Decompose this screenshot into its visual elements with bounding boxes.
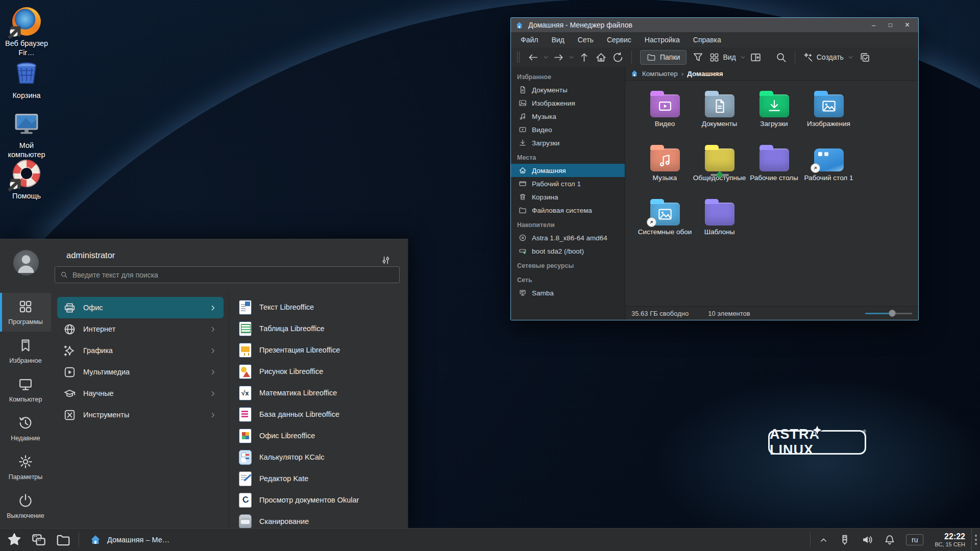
desktop-icon-help[interactable]: Помощь	[3, 159, 50, 201]
file-label: Системные обои	[638, 228, 692, 236]
usb-icon[interactable]	[839, 534, 851, 546]
app-okular[interactable]: Просмотр документов Okular	[239, 489, 408, 511]
sidebar-item-desktop-1[interactable]: Рабочий стол 1	[511, 177, 625, 190]
tray-expand-button[interactable]	[819, 535, 828, 545]
rail-item-favorites[interactable]: Избранное	[0, 332, 51, 370]
menu-network[interactable]: Сеть	[571, 32, 600, 47]
file-item-downloads[interactable]: Загрузки	[747, 89, 801, 143]
file-item-music[interactable]: Музыка	[638, 143, 692, 197]
category-internet[interactable]: Интернет	[57, 318, 224, 340]
menu-settings-icon[interactable]	[381, 255, 391, 265]
home-button[interactable]	[595, 52, 607, 63]
maximize-button[interactable]	[884, 20, 897, 31]
file-item-video[interactable]: Видео	[638, 89, 692, 143]
show-desktop-button[interactable]	[971, 529, 980, 551]
avatar[interactable]	[13, 250, 39, 276]
zoom-knob[interactable]	[889, 310, 896, 317]
category-multimedia[interactable]: Мультимедиа	[57, 361, 224, 383]
window-titlebar[interactable]: Домашняя - Менеджер файлов	[511, 18, 918, 32]
back-history-expand[interactable]	[543, 54, 549, 61]
sidebar-item-astra-drive[interactable]: Astra 1.8_x86-64 amd64	[511, 231, 625, 244]
app-kcalc[interactable]: Калькулятор KCalc	[239, 446, 408, 468]
back-button[interactable]	[527, 52, 539, 63]
notifications-icon[interactable]	[884, 534, 896, 546]
create-expand[interactable]	[847, 54, 854, 61]
menubar: Файл Вид Сеть Сервис Настройка Справка	[511, 32, 918, 47]
app-kate[interactable]: Редактор Kate	[239, 468, 408, 489]
rail-item-recent[interactable]: Недавние	[0, 409, 51, 448]
breadcrumb-current[interactable]: Домашняя	[687, 70, 723, 78]
zoom-slider[interactable]	[865, 310, 912, 317]
menu-settings[interactable]: Настройка	[638, 32, 687, 47]
sidebar-item-music[interactable]: Музыка	[511, 110, 625, 123]
forward-history-expand[interactable]	[568, 54, 575, 61]
sidebar-item-pictures[interactable]: Изображения	[511, 96, 625, 110]
file-manager-launcher[interactable]	[56, 532, 71, 547]
view-mode-button[interactable]: Вид	[709, 52, 736, 63]
close-button[interactable]	[900, 20, 914, 31]
app-lo-base[interactable]: База данных Libreoffice	[239, 404, 408, 425]
toolbar-grip[interactable]	[517, 52, 520, 63]
desktop-icon-firefox[interactable]: Веб браузер Fir…	[3, 7, 50, 57]
copy-check-button[interactable]	[859, 52, 871, 63]
app-lo-start[interactable]: Офис Libreoffice	[239, 425, 408, 446]
sidebar-item-samba[interactable]: Samba	[511, 286, 625, 299]
search-button[interactable]	[775, 52, 787, 63]
filter-button[interactable]	[692, 52, 704, 63]
search-input[interactable]	[72, 271, 394, 279]
file-item-pictures[interactable]: Изображения	[801, 89, 856, 143]
view-mode-expand[interactable]	[740, 54, 746, 61]
folders-panel-toggle[interactable]: Папки	[640, 50, 687, 65]
menu-file[interactable]: Файл	[514, 32, 545, 47]
menu-view[interactable]: Вид	[545, 32, 571, 47]
menu-service[interactable]: Сервис	[600, 32, 638, 47]
create-button[interactable]: Создать	[803, 52, 844, 63]
clock[interactable]: 22:22 ВС, 15 СЕН	[935, 532, 965, 548]
file-item-templates[interactable]: Шаблоны	[692, 197, 747, 251]
app-lo-impress[interactable]: Презентация Libreoffice	[239, 339, 408, 361]
volume-icon[interactable]	[861, 534, 873, 546]
app-scanner[interactable]: Сканирование	[239, 511, 408, 528]
app-lo-calc[interactable]: Таблица Libreoffice	[239, 318, 408, 339]
sidebar-item-filesystem[interactable]: Файловая система	[511, 204, 625, 217]
start-menu-button[interactable]	[7, 532, 22, 547]
desktop-icon-my-computer[interactable]: Мой компьютер	[3, 109, 50, 159]
window-list-button[interactable]	[31, 532, 46, 547]
sidebar-item-video[interactable]: Видео	[511, 123, 625, 136]
breadcrumb-root[interactable]: Компьютер	[642, 70, 678, 78]
sidebar-item-boot-drive[interactable]: boot sda2 (/boot)	[511, 244, 625, 258]
keyboard-layout[interactable]: ru	[906, 534, 923, 545]
refresh-button[interactable]	[612, 52, 624, 63]
category-science[interactable]: Научные	[57, 383, 224, 404]
category-office[interactable]: Офис	[57, 297, 224, 318]
sidebar-item-downloads[interactable]: Загрузки	[511, 136, 625, 149]
split-view-button[interactable]	[750, 52, 762, 63]
up-button[interactable]	[578, 52, 590, 63]
category-tools[interactable]: Инструменты	[57, 404, 224, 425]
rail-item-programs[interactable]: Программы	[0, 293, 51, 332]
desktop-icon-trash[interactable]: Корзина	[3, 59, 50, 100]
file-item-desktop-1[interactable]: Рабочий стол 1	[801, 143, 856, 197]
taskbar-task-file-manager[interactable]: Домашняя – Ме…	[82, 529, 177, 551]
sidebar-item-documents[interactable]: Документы	[511, 83, 625, 96]
sidebar-item-home[interactable]: Домашняя	[511, 164, 625, 177]
video-glyph-icon	[657, 98, 673, 114]
menu-help[interactable]: Справка	[687, 32, 728, 47]
app-lo-math[interactable]: Математика Libreoffice	[239, 382, 408, 404]
sidebar-item-trash[interactable]: Корзина	[511, 190, 625, 204]
file-item-documents[interactable]: Документы	[692, 89, 747, 143]
rail-item-computer[interactable]: Компьютер	[0, 370, 51, 409]
minimize-button[interactable]	[867, 20, 880, 31]
category-graphics[interactable]: Графика	[57, 340, 224, 361]
file-item-desktops[interactable]: Рабочие столы	[747, 143, 801, 197]
app-lo-draw[interactable]: Рисунок Libreoffice	[239, 361, 408, 382]
network-server-icon	[519, 289, 527, 297]
view-button-label: Вид	[723, 53, 736, 61]
rail-item-shutdown[interactable]: Выключение	[0, 487, 51, 525]
file-label: Рабочие столы	[747, 174, 801, 182]
app-lo-writer[interactable]: Текст Libreoffice	[239, 296, 408, 318]
file-item-public[interactable]: Общедоступные	[692, 143, 747, 197]
rail-item-settings[interactable]: Параметры	[0, 448, 51, 487]
forward-button[interactable]	[553, 52, 565, 63]
file-item-system-wallpapers[interactable]: Системные обои	[638, 197, 692, 251]
